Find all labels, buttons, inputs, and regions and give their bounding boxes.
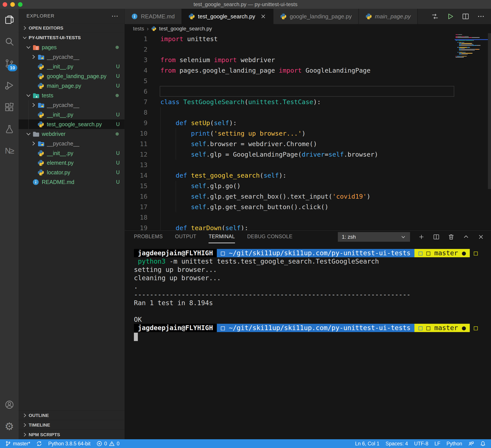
chevron-down-icon xyxy=(25,92,32,99)
minimize-window-button[interactable] xyxy=(10,2,15,7)
run-python-file-icon[interactable] xyxy=(446,12,454,20)
tree-item--pycache-[interactable]: __pycache__ xyxy=(19,139,124,148)
tree-item-label: __init__.py xyxy=(47,112,73,118)
panel-tab-output[interactable]: OUTPUT xyxy=(175,231,197,243)
code-line-2 xyxy=(161,44,378,55)
section-npm-scripts[interactable]: NPM SCRIPTS xyxy=(19,430,124,439)
tree-item--pycache-[interactable]: __pycache__ xyxy=(19,100,124,110)
close-icon[interactable] xyxy=(260,13,266,20)
more-actions-icon[interactable]: ⋯ xyxy=(111,12,119,20)
chevron-right-icon xyxy=(22,432,28,438)
warning-icon xyxy=(109,441,115,447)
tree-item-tests[interactable]: tests xyxy=(19,91,124,100)
editor-scrollbar[interactable] xyxy=(488,33,491,189)
tree-item--init-py[interactable]: __init__.pyU xyxy=(19,62,124,71)
activity-account[interactable] xyxy=(0,394,19,416)
tab-test-google-search-py[interactable]: test_google_search.py xyxy=(182,9,274,24)
code-line-12: self.glp = GoogleLandingPage(driver=self… xyxy=(161,149,378,160)
line-number: 11 xyxy=(125,139,148,149)
status-cursor-position[interactable]: Ln 6, Col 1 xyxy=(352,439,382,448)
chevron-right-icon xyxy=(22,25,28,31)
python-icon xyxy=(38,73,44,80)
git-untracked-badge: U xyxy=(116,160,120,166)
line-number: 1 xyxy=(125,34,148,44)
folder-pycache-icon xyxy=(38,140,44,147)
activity-run-debug[interactable] xyxy=(0,74,19,96)
tree-item-readme-md[interactable]: README.mdU xyxy=(19,177,124,187)
activity-n-extension[interactable]: N≥ xyxy=(0,140,19,162)
new-terminal-icon[interactable] xyxy=(418,233,425,240)
tree-item-element-py[interactable]: element.pyU xyxy=(19,158,124,168)
terminal-line: setting up browser... xyxy=(134,266,487,274)
more-actions-icon[interactable] xyxy=(477,12,485,20)
tree-item-main-page-py[interactable]: main_page.pyU xyxy=(19,81,124,91)
zoom-window-button[interactable] xyxy=(18,2,23,7)
status-python-interpreter[interactable]: Python 3.8.5 64-bit xyxy=(45,439,94,448)
activity-settings[interactable]: ⚙ xyxy=(0,416,19,438)
status-sync[interactable] xyxy=(33,439,45,448)
status-problems[interactable]: 00 xyxy=(94,439,123,448)
code-line-6 xyxy=(161,86,378,97)
status-indentation[interactable]: Spaces: 4 xyxy=(382,439,411,448)
tree-item-locator-py[interactable]: locator.pyU xyxy=(19,168,124,177)
close-window-button[interactable] xyxy=(3,2,7,7)
breadcrumb[interactable]: tests › test_google_search.py xyxy=(125,24,491,33)
terminal-shell-select[interactable]: 1: zsh xyxy=(338,232,410,242)
close-panel-icon[interactable] xyxy=(477,233,484,240)
python-icon xyxy=(38,150,44,157)
breadcrumb-file[interactable]: test_google_search.py xyxy=(159,26,212,32)
tree-item--init-py[interactable]: __init__.pyU xyxy=(19,148,124,158)
tree-item-webdriver[interactable]: webdriver xyxy=(19,129,124,139)
status-bar-left: master*Python 3.8.5 64-bit00 xyxy=(2,439,123,448)
tree-item--init-py[interactable]: __init__.pyU xyxy=(19,110,124,120)
tree-item-pages[interactable]: pages xyxy=(19,42,124,52)
tree-item--pycache-[interactable]: __pycache__ xyxy=(19,52,124,62)
code-editor[interactable]: 123456789101112131415161718192021222324 … xyxy=(125,33,491,230)
panel-tab-debug-console[interactable]: DEBUG CONSOLE xyxy=(247,231,293,243)
git-untracked-badge: U xyxy=(116,73,120,79)
tree-item-label: pages xyxy=(42,44,57,51)
activity-search[interactable] xyxy=(0,31,19,53)
tab-readme-md[interactable]: README.md xyxy=(125,9,182,24)
terminal-line: python3 -m unittest tests.test_google_se… xyxy=(134,257,487,266)
activity-explorer[interactable] xyxy=(0,9,19,31)
tree-item-google-landing-page-py[interactable]: google_landing_page.pyU xyxy=(19,71,124,81)
line-number: 18 xyxy=(125,212,148,223)
open-changes-icon[interactable] xyxy=(431,12,439,20)
breadcrumb-folder[interactable]: tests xyxy=(133,26,144,32)
status-feedback[interactable] xyxy=(465,439,477,448)
split-terminal-icon[interactable] xyxy=(433,233,440,240)
activity-testing[interactable] xyxy=(0,118,19,140)
project-root-section[interactable]: PY-UNITTEST-UI-TESTS xyxy=(19,33,124,42)
section-timeline[interactable]: TIMELINE xyxy=(19,420,124,430)
panel-tab-problems[interactable]: PROBLEMS xyxy=(134,231,163,243)
tab-main-page-py[interactable]: main_page.py xyxy=(359,9,418,24)
tab-google-landing-page-py[interactable]: google_landing_page.py xyxy=(274,9,359,24)
activity-extensions[interactable] xyxy=(0,96,19,118)
status-encoding[interactable]: UTF-8 xyxy=(411,439,431,448)
panel-tab-terminal[interactable]: TERMINAL xyxy=(208,231,235,243)
kill-terminal-icon[interactable] xyxy=(448,233,455,240)
line-number: 15 xyxy=(125,181,148,191)
sidebar-title: EXPLORER xyxy=(27,13,55,19)
terminal-output[interactable]: jagdeepjain@FLYHIGH □ ~/git/ski11up/ski1… xyxy=(134,249,487,340)
tree-item-test-google-search-py[interactable]: test_google_search.pyU xyxy=(19,120,124,129)
status-git-branch[interactable]: master* xyxy=(2,439,33,448)
minimap[interactable] xyxy=(455,34,488,100)
status-notifications[interactable] xyxy=(477,439,489,448)
activity-source-control[interactable]: 10 xyxy=(0,53,19,74)
split-editor-icon[interactable] xyxy=(462,12,470,20)
tree-item-label: google_landing_page.py xyxy=(47,73,106,79)
code-line-3: from selenium import webdriver xyxy=(161,55,378,65)
git-untracked-badge: U xyxy=(116,150,120,156)
window-controls[interactable] xyxy=(3,2,23,7)
title-bar: test_google_search.py — py-unittest-ui-t… xyxy=(0,0,491,9)
python-file-icon xyxy=(151,26,156,31)
status-eol[interactable]: LF xyxy=(432,439,444,448)
section-outline[interactable]: OUTLINE xyxy=(19,410,124,420)
maximize-panel-icon[interactable] xyxy=(463,233,470,240)
line-number: 16 xyxy=(125,191,148,202)
terminal-line: OK xyxy=(134,316,487,324)
status-language-mode[interactable]: Python xyxy=(443,439,465,448)
open-editors-section[interactable]: OPEN EDITORS xyxy=(19,23,124,33)
